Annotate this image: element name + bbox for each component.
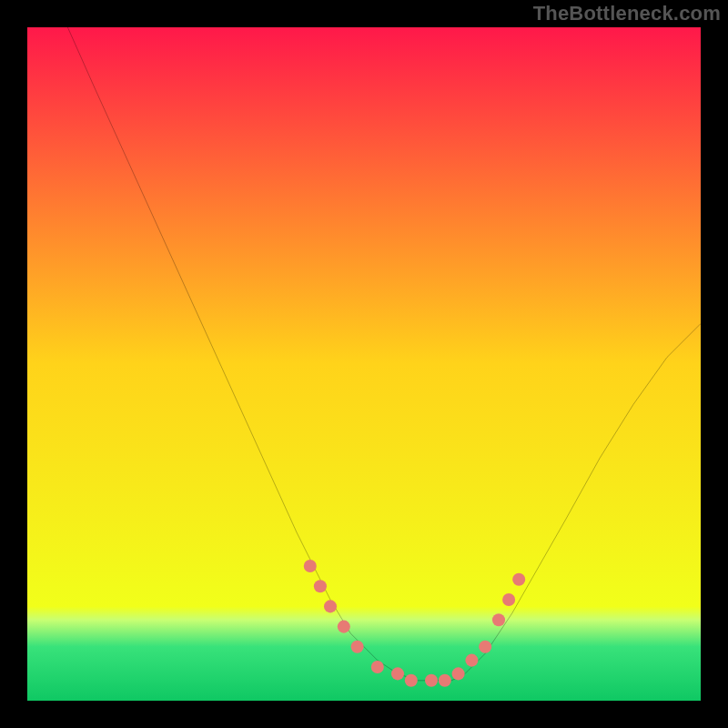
highlight-dot: [314, 580, 327, 592]
highlight-dot: [452, 667, 465, 680]
bottleneck-chart: [27, 27, 701, 701]
chart-background: [27, 27, 701, 701]
highlight-dot: [479, 641, 491, 653]
highlight-dot: [351, 641, 364, 653]
highlight-dot: [512, 573, 525, 586]
watermark-text: TheBottleneck.com: [533, 2, 721, 25]
highlight-dot: [391, 667, 404, 680]
highlight-dot: [502, 593, 515, 606]
highlight-dot: [324, 600, 337, 612]
chart-frame: TheBottleneck.com: [0, 0, 728, 728]
highlight-dot: [439, 674, 451, 687]
highlight-dot: [465, 654, 478, 667]
highlight-dot: [304, 560, 317, 572]
highlight-dot: [405, 674, 418, 687]
highlight-dot: [338, 621, 350, 633]
highlight-dot: [371, 661, 384, 673]
highlight-dot: [425, 674, 438, 687]
highlight-dot: [492, 613, 505, 626]
